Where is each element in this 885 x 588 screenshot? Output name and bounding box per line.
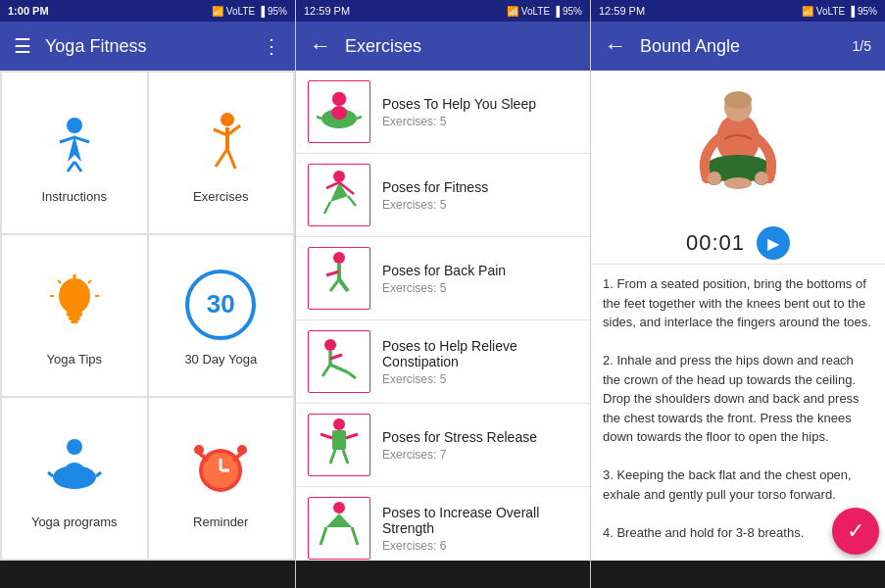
instructions-label: Instructions [42, 189, 107, 204]
signal2-icon: 📶 [507, 6, 518, 17]
volte2-label: VoLTE [521, 6, 550, 17]
instruction-line-2: 2. Inhale and press the hips down and re… [603, 351, 873, 447]
exercise-thumb-constipation [308, 330, 370, 393]
svg-point-0 [67, 118, 82, 133]
svg-line-38 [320, 434, 332, 438]
yoga-programs-label: Yoga programs [31, 514, 118, 529]
svg-line-1 [68, 162, 74, 172]
menu-icon[interactable]: ☰ [14, 34, 31, 58]
circle-30-icon: 30 [185, 270, 256, 340]
exercise-name-strength: Poses to Increase Overall Strength [382, 505, 578, 536]
svg-line-32 [324, 202, 330, 214]
status-icons-2: 📶 VoLTE ▐ 95% [507, 6, 582, 17]
svg-point-36 [333, 418, 345, 430]
strength-pose-icon [311, 500, 368, 557]
exercise-thumb-backpain [308, 247, 370, 310]
exercise-info-fitness: Poses for Fitness Exercises: 5 [382, 179, 578, 212]
fitness-pose-icon [311, 167, 368, 223]
svg-rect-6 [69, 317, 80, 320]
constipation-pose-icon [311, 333, 368, 390]
grid-item-reminder[interactable]: Reminder [149, 398, 294, 559]
grid-menu: Instructions Exercises [0, 71, 295, 561]
status-bar-2: 12:59 PM 📶 VoLTE ▐ 95% [296, 0, 590, 22]
exercise-name-fitness: Poses for Fitness [382, 179, 578, 195]
exercise-info-stress: Poses for Stress Release Exercises: 7 [382, 429, 578, 462]
bound-angle-title: Bound Angle [640, 36, 839, 57]
exercise-item-constipation[interactable]: Poses to Help Relieve Constipation Exerc… [296, 320, 590, 404]
exercise-thumb-strength [308, 497, 370, 560]
time-1: 1:00 PM [8, 5, 49, 17]
status-bar-1: 1:00 PM 📶 VoLTE ▐ 95% [0, 0, 295, 22]
svg-line-43 [320, 527, 326, 545]
grid-item-yoga-tips[interactable]: Yoga Tips [2, 235, 147, 396]
svg-line-40 [330, 450, 335, 464]
app-bar-3: ← Bound Angle 1/5 [591, 22, 885, 71]
exercises-label: Exercises [193, 189, 248, 204]
svg-line-9 [58, 280, 61, 283]
exercise-count-backpain: Exercises: 5 [382, 281, 578, 295]
yoga-programs-icon-wrap [35, 428, 114, 507]
instructions-icon [40, 108, 109, 176]
instructions-icon-wrap [35, 103, 114, 181]
app-bar-1: ☰ Yoga Fitness ⋮ [0, 22, 295, 71]
battery2-icon: ▐ 95% [553, 6, 582, 17]
panel-bound-angle: 12:59 PM 📶 VoLTE ▐ 95% ← Bound Angle 1/5 [590, 0, 885, 588]
volte3-label: VoLTE [816, 6, 845, 17]
back-icon-3[interactable]: ← [605, 33, 626, 59]
svg-point-13 [67, 439, 82, 455]
time-2: 12:59 PM [304, 5, 350, 17]
svg-line-10 [88, 280, 91, 283]
timer-display: 00:01 [686, 230, 745, 256]
timer-row: 00:01 ▶ [591, 222, 885, 264]
svg-point-48 [724, 91, 752, 109]
exercise-list: Poses To Help You Sleep Exercises: 5 Pos… [296, 71, 590, 561]
exercise-count-constipation: Exercises: 5 [382, 372, 578, 386]
grid-item-30day[interactable]: 30 30 Day Yoga [149, 235, 294, 396]
yoga-tips-icon-wrap [35, 266, 114, 344]
30day-icon-wrap: 30 [181, 266, 260, 344]
page-number: 1/5 [853, 38, 871, 54]
exercise-item-strength[interactable]: Poses to Increase Overall Strength Exerc… [296, 487, 590, 561]
panel-yoga-fitness: 1:00 PM 📶 VoLTE ▐ 95% ☰ Yoga Fitness ⋮ [0, 0, 295, 588]
panel-bound-angle-wrapper: 12:59 PM 📶 VoLTE ▐ 95% ← Bound Angle 1/5 [590, 0, 885, 588]
more-options-icon[interactable]: ⋮ [262, 34, 281, 58]
signal-icon: 📶 [212, 6, 223, 17]
exercise-item-stress[interactable]: Poses for Stress Release Exercises: 7 [296, 404, 590, 487]
panel-exercises: 12:59 PM 📶 VoLTE ▐ 95% ← Exercises [295, 0, 590, 588]
svg-line-41 [343, 450, 348, 464]
app-bar-2: ← Exercises [296, 22, 590, 71]
grid-item-exercises[interactable]: Exercises [149, 73, 294, 233]
fab-checkmark[interactable]: ✓ [832, 508, 879, 555]
yoga-tips-label: Yoga Tips [46, 352, 102, 367]
battery-icon: ▐ 95% [258, 6, 287, 17]
bound-angle-pose-svg [669, 80, 807, 213]
grid-item-instructions[interactable]: Instructions [2, 73, 147, 233]
back-icon-2[interactable]: ← [310, 33, 331, 59]
exercise-name-sleep: Poses To Help You Sleep [382, 96, 578, 112]
exercise-info-strength: Poses to Increase Overall Strength Exerc… [382, 505, 578, 553]
svg-point-53 [708, 172, 721, 185]
svg-point-31 [333, 171, 345, 182]
svg-rect-37 [332, 430, 346, 450]
exercise-item-backpain[interactable]: Poses for Back Pain Exercises: 5 [296, 237, 590, 320]
svg-point-34 [333, 252, 345, 264]
sleep-pose-icon [311, 83, 368, 140]
exercise-info-sleep: Poses To Help You Sleep Exercises: 5 [382, 96, 578, 128]
grid-item-yoga-programs[interactable]: Yoga programs [2, 398, 147, 559]
lightbulb-icon [40, 270, 109, 339]
exercise-item-sleep[interactable]: Poses To Help You Sleep Exercises: 5 [296, 71, 590, 154]
svg-rect-7 [71, 320, 78, 323]
svg-line-16 [48, 472, 53, 476]
exercise-count-fitness: Exercises: 5 [382, 198, 578, 212]
exercise-count-strength: Exercises: 6 [382, 539, 578, 553]
play-button[interactable]: ▶ [757, 226, 790, 260]
svg-line-33 [348, 196, 356, 206]
svg-point-52 [724, 177, 752, 189]
svg-line-2 [74, 162, 81, 172]
exercise-item-fitness[interactable]: Poses for Fitness Exercises: 5 [296, 154, 590, 237]
30day-label: 30 Day Yoga [184, 352, 257, 367]
reminder-icon-wrap [181, 428, 260, 507]
status-icons-1: 📶 VoLTE ▐ 95% [212, 6, 287, 17]
svg-point-42 [333, 502, 345, 514]
svg-point-24 [194, 445, 204, 455]
